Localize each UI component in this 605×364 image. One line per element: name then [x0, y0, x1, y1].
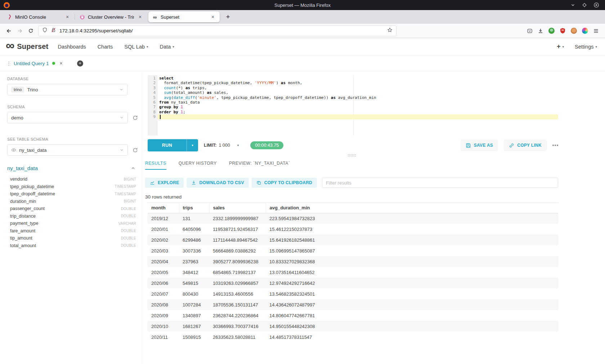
code-line-3[interactable]: count(*) as trips,	[158, 86, 558, 90]
url-bar[interactable]: 172.18.0.4:32295/superset/sqllab/	[38, 26, 396, 36]
chevron-down-icon: ▾	[563, 45, 564, 49]
extension-ublock-icon[interactable]	[560, 28, 566, 34]
run-button[interactable]: RUN ▾	[148, 139, 198, 151]
url-text[interactable]: 172.18.0.4:32295/superset/sqllab/	[59, 28, 384, 33]
tab-preview[interactable]: PREVIEW: `NY_TAXI_DATA`	[229, 161, 290, 170]
settings-menu[interactable]: Settings▾	[575, 44, 597, 50]
results-actions: EXPLORE DOWNLOAD TO CSV COPY TO CLIPBOAR…	[145, 178, 558, 188]
browser-tab-trino[interactable]: Cluster Overview - Trino ×	[76, 12, 147, 22]
table-row[interactable]: 2020/09134089723628744.22023686414.80604…	[148, 310, 558, 321]
table-cell: 2020/10	[148, 321, 179, 332]
query-tab-close-icon[interactable]: ×	[60, 60, 63, 66]
column-list-item[interactable]: tpep_dropoff_datetimeTIMESTAMP	[7, 190, 136, 198]
table-cell: 2020/03	[148, 245, 179, 256]
table-row[interactable]: 2020/08100728418705536.15013114714.43642…	[148, 299, 558, 310]
limit-dropdown[interactable]: LIMIT: 1 000 ▾	[204, 143, 239, 148]
forward-icon[interactable]	[14, 26, 25, 36]
schema-select[interactable]: demo	[7, 112, 128, 123]
tab-close-icon[interactable]: ×	[137, 14, 143, 20]
nav-charts[interactable]: Charts	[98, 44, 113, 50]
explore-button[interactable]: EXPLORE	[145, 178, 184, 188]
refresh-schema-icon[interactable]	[132, 115, 138, 121]
editor-code[interactable]: select format_datetime(tpep_pickup_datet…	[158, 75, 558, 136]
back-icon[interactable]	[4, 26, 14, 36]
pocket-icon[interactable]	[524, 26, 535, 36]
reload-icon[interactable]	[25, 26, 36, 36]
save-as-button[interactable]: SAVE AS	[461, 140, 498, 151]
tab-results[interactable]: RESULTS	[145, 161, 166, 170]
column-header-avg_duration_min[interactable]: avg_duration_min	[266, 203, 558, 213]
table-row[interactable]: 2020/016405096119538721.9245631715.46122…	[148, 224, 558, 235]
bookmark-star-icon[interactable]	[387, 27, 393, 34]
column-list-item[interactable]: payment_typeVARCHAR	[7, 220, 136, 227]
column-list-item[interactable]: duration_minBIGINT	[7, 198, 136, 205]
new-tab-button[interactable]: +	[223, 12, 233, 22]
column-header-sales[interactable]: sales	[209, 203, 266, 213]
code-line-5[interactable]: avg(date_diff('minute', tpep_pickup_date…	[158, 95, 558, 100]
table-row[interactable]: 2019/121312332.1899999999987223.59541984…	[148, 213, 558, 224]
table-row[interactable]: 2020/026299486117114448.8946754215.64192…	[148, 235, 558, 245]
column-list-item[interactable]: passenger_countDOUBLE	[7, 205, 136, 213]
nav-dashboards[interactable]: Dashboards	[58, 44, 86, 50]
run-options-caret-icon[interactable]: ▾	[187, 139, 198, 151]
downloads-icon[interactable]	[535, 26, 546, 36]
add-new-button[interactable]: +▾	[557, 43, 564, 50]
column-list-item[interactable]: trip_distanceDOUBLE	[7, 213, 136, 220]
copy-link-button[interactable]: COPY LINK	[504, 140, 547, 151]
window-shade-icon[interactable]	[570, 3, 575, 8]
column-list-item[interactable]: vendoridBIGINT	[7, 176, 136, 183]
superset-logo[interactable]: ∞ Superset	[6, 42, 48, 51]
window-maximize-icon[interactable]	[582, 3, 587, 8]
table-select[interactable]: ny_taxi_data	[7, 144, 128, 156]
tab-query-history[interactable]: QUERY HISTORY	[179, 161, 217, 170]
tracking-shield-icon[interactable]	[42, 27, 48, 34]
sql-editor[interactable]: 123456789 select format_datetime(tpep_pi…	[148, 75, 558, 136]
code-line-7[interactable]: group by 1	[158, 105, 558, 109]
code-line-2[interactable]: format_datetime(tpep_pickup_datetime, 'Y…	[158, 81, 558, 85]
add-query-tab-button[interactable]: +	[77, 60, 83, 67]
menu-icon[interactable]	[591, 26, 601, 36]
extension-green-icon[interactable]	[548, 28, 555, 34]
insecure-lock-icon[interactable]	[51, 27, 56, 34]
download-csv-button[interactable]: DOWNLOAD TO CSV	[187, 178, 248, 188]
code-line-4[interactable]: sum(total_amount) as sales,	[158, 90, 558, 95]
code-line-9[interactable]	[158, 114, 558, 119]
chevron-up-icon[interactable]	[131, 166, 135, 170]
nav-data[interactable]: Data▾	[160, 44, 174, 50]
filter-results-input[interactable]	[322, 178, 558, 188]
column-header-month[interactable]: month	[148, 203, 179, 213]
query-tab-untitled[interactable]: Untitled Query 1 ×	[6, 55, 68, 72]
table-row[interactable]: 2020/042379633905277.809993623810.833327…	[148, 256, 558, 267]
table-cell: 2020/04	[148, 256, 179, 267]
window-close-icon[interactable]	[593, 2, 599, 8]
code-line-6[interactable]: from ny_taxi_data	[158, 100, 558, 105]
results-grid[interactable]: monthtripssalesavg_duration_min 2019/121…	[148, 203, 558, 341]
code-line-8[interactable]: order by 1;	[158, 110, 558, 114]
code-line-1[interactable]: select	[158, 76, 558, 81]
copy-clipboard-button[interactable]: COPY TO CLIPBOARD	[252, 178, 317, 188]
extension-pinwheel-icon[interactable]	[582, 28, 588, 34]
table-name-heading[interactable]: ny_taxi_data	[7, 165, 38, 171]
column-list-item[interactable]: tip_amountDOUBLE	[7, 235, 136, 242]
database-select[interactable]: trino Trino	[7, 84, 127, 95]
browser-tab-minio[interactable]: MinIO Console ×	[3, 12, 74, 22]
run-label[interactable]: RUN	[148, 139, 187, 151]
tab-close-icon[interactable]: ×	[64, 14, 71, 20]
table-row[interactable]: 2020/03300733656664869.0388629215.096995…	[148, 245, 558, 256]
table-row[interactable]: 2020/10168126730366993.70037741614.95015…	[148, 321, 558, 332]
extension-badger-icon[interactable]	[571, 28, 577, 34]
more-options-icon[interactable]	[552, 145, 554, 146]
table-row[interactable]: 2020/0780043014913153.460055613.54682358…	[148, 288, 558, 299]
column-list-item[interactable]: tpep_pickup_datetimeTIMESTAMP	[7, 183, 136, 191]
browser-tab-superset[interactable]: ∞ Superset ×	[148, 12, 220, 22]
table-row[interactable]: 2020/0654981510319263.02996685712.974924…	[148, 278, 558, 288]
column-header-trips[interactable]: trips	[179, 203, 209, 213]
tab-close-icon[interactable]: ×	[210, 14, 216, 20]
table-row[interactable]: 2020/11150891526335623.5802881114.485173…	[148, 332, 558, 341]
column-list-item[interactable]: total_amountDOUBLE	[7, 242, 136, 250]
column-list-item[interactable]: fare_amountDOUBLE	[7, 227, 136, 235]
panel-resize-handle[interactable]	[348, 154, 356, 156]
nav-sql-lab[interactable]: SQL Lab▾	[124, 44, 148, 50]
table-row[interactable]: 2020/053484126854865.71998213713.0735164…	[148, 267, 558, 278]
refresh-table-icon[interactable]	[132, 147, 138, 153]
